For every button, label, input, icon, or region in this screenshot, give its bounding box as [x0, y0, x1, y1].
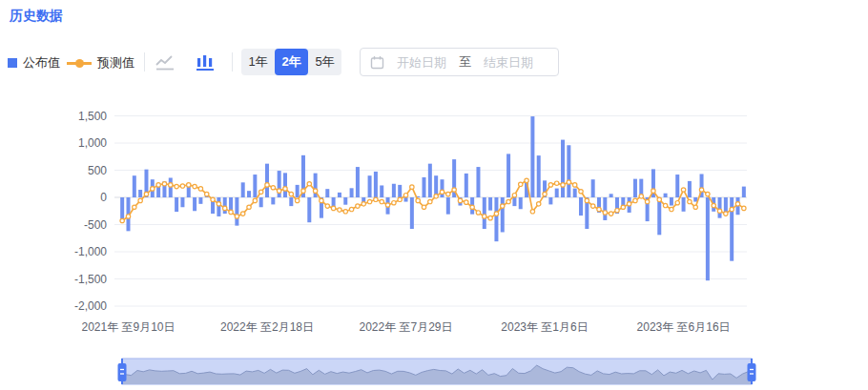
published-bar[interactable]: [675, 174, 679, 197]
published-bar[interactable]: [265, 164, 269, 197]
published-bar[interactable]: [718, 197, 722, 218]
published-bar[interactable]: [338, 193, 341, 197]
published-bar[interactable]: [688, 181, 692, 197]
published-bar[interactable]: [670, 197, 673, 206]
published-bar[interactable]: [440, 179, 444, 197]
published-bar[interactable]: [488, 197, 492, 211]
published-bar[interactable]: [579, 197, 583, 216]
forecast-marker: [313, 189, 317, 193]
published-bar[interactable]: [271, 197, 275, 204]
legend-item-published[interactable]: 公布值: [8, 54, 60, 72]
published-bar[interactable]: [253, 174, 257, 197]
published-bar[interactable]: [423, 177, 426, 197]
forecast-marker: [506, 199, 510, 203]
published-bar[interactable]: [555, 189, 559, 197]
brush-handle-right[interactable]: [748, 363, 756, 381]
bar-chart-icon[interactable]: [193, 51, 217, 74]
forecast-marker: [609, 212, 612, 216]
published-bar[interactable]: [682, 197, 686, 212]
published-bar[interactable]: [548, 197, 552, 204]
forecast-marker: [494, 212, 498, 216]
published-bar[interactable]: [198, 197, 202, 204]
published-bar[interactable]: [368, 175, 372, 197]
published-bar[interactable]: [530, 116, 534, 197]
published-bar[interactable]: [512, 197, 516, 206]
published-bar[interactable]: [706, 197, 710, 280]
published-bar[interactable]: [296, 185, 300, 197]
forecast-marker: [187, 183, 191, 187]
published-bar[interactable]: [501, 197, 505, 232]
published-bar[interactable]: [591, 179, 595, 197]
published-bar[interactable]: [138, 190, 142, 197]
published-bar[interactable]: [610, 194, 613, 197]
published-bar[interactable]: [446, 197, 450, 215]
published-bar[interactable]: [380, 185, 383, 197]
published-bar[interactable]: [392, 184, 396, 197]
range-button-5y[interactable]: 5年: [308, 49, 341, 75]
datazoom-brush[interactable]: [0, 355, 868, 390]
published-bar[interactable]: [223, 197, 227, 214]
published-bar[interactable]: [494, 197, 498, 241]
date-range-picker[interactable]: 至: [360, 48, 559, 76]
forecast-marker: [585, 198, 589, 202]
published-bar[interactable]: [241, 182, 245, 197]
forecast-marker: [512, 194, 516, 197]
forecast-marker: [253, 198, 257, 202]
y-axis-tick-label: -1,500: [74, 273, 107, 286]
published-bar[interactable]: [428, 164, 432, 197]
published-bar[interactable]: [465, 174, 468, 197]
published-bar[interactable]: [476, 167, 480, 197]
brush-handle-left[interactable]: [118, 363, 127, 381]
published-bar[interactable]: [664, 194, 668, 197]
published-bar[interactable]: [307, 197, 311, 222]
published-bar[interactable]: [410, 197, 414, 229]
forecast-marker: [325, 204, 329, 208]
forecast-marker: [615, 208, 619, 212]
forecast-marker: [422, 205, 425, 209]
published-bar[interactable]: [633, 179, 637, 197]
published-bar[interactable]: [567, 145, 570, 197]
published-bar[interactable]: [506, 154, 510, 197]
range-button-2y[interactable]: 2年: [275, 49, 308, 75]
line-chart-icon[interactable]: [153, 51, 177, 74]
published-bar[interactable]: [404, 197, 408, 202]
published-bar[interactable]: [247, 191, 251, 197]
published-bar[interactable]: [325, 189, 329, 197]
published-bar[interactable]: [289, 197, 293, 206]
forecast-marker: [180, 184, 184, 188]
published-bar[interactable]: [169, 177, 173, 197]
published-bar[interactable]: [120, 197, 124, 221]
published-bar[interactable]: [483, 197, 486, 229]
forecast-marker: [120, 218, 124, 222]
forecast-marker: [392, 201, 396, 205]
forecast-marker: [385, 203, 389, 207]
published-bar[interactable]: [537, 155, 541, 197]
published-bar[interactable]: [561, 140, 565, 197]
published-bar[interactable]: [573, 189, 577, 197]
published-bar[interactable]: [343, 197, 347, 205]
start-date-input[interactable]: [392, 55, 451, 70]
published-bar[interactable]: [180, 197, 184, 207]
published-bar[interactable]: [742, 187, 746, 197]
history-bar-chart[interactable]: 1,5001,0005000-500-1,000-1,500-2,0002021…: [0, 95, 868, 348]
forecast-marker: [301, 189, 305, 193]
published-bar[interactable]: [519, 197, 523, 209]
published-bar[interactable]: [657, 197, 661, 235]
published-bar[interactable]: [175, 197, 178, 212]
published-bar[interactable]: [283, 173, 287, 197]
published-bar[interactable]: [193, 197, 196, 211]
range-button-1y[interactable]: 1年: [241, 49, 275, 75]
published-bar[interactable]: [235, 197, 238, 226]
published-bar[interactable]: [398, 185, 402, 197]
published-bar[interactable]: [133, 175, 136, 197]
published-bar[interactable]: [356, 167, 360, 197]
end-date-input[interactable]: [479, 55, 538, 70]
forecast-marker: [403, 194, 407, 197]
published-bar[interactable]: [350, 188, 354, 197]
published-bar[interactable]: [374, 172, 378, 197]
published-bar[interactable]: [603, 197, 607, 220]
legend-item-forecast[interactable]: 预测值: [67, 54, 134, 72]
published-bar[interactable]: [259, 197, 263, 207]
forecast-marker: [428, 199, 432, 203]
published-bar[interactable]: [217, 197, 220, 216]
